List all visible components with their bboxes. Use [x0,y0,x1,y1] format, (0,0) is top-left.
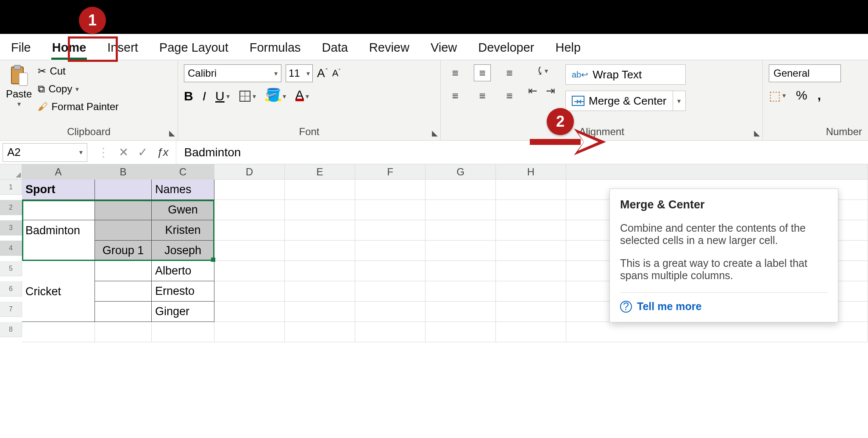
align-center-icon[interactable]: ≡ [474,87,491,104]
cell[interactable] [285,322,355,342]
align-right-icon[interactable]: ≡ [501,87,518,104]
orientation-button[interactable]: ⤹▾ [528,64,555,78]
cell[interactable] [95,322,152,342]
format-painter-button[interactable]: 🖌 Format Painter [36,100,120,114]
cell[interactable] [214,220,285,241]
increase-indent-icon[interactable]: ⇥ [546,84,555,97]
col-header[interactable]: A [22,164,95,180]
cell[interactable] [214,261,285,281]
name-box[interactable]: A2 ▾ [3,143,87,162]
cell[interactable]: Sport [22,180,95,200]
cell[interactable] [426,281,496,302]
tell-me-more-link[interactable]: Tell me more [637,300,701,312]
row-header[interactable]: 2 [0,200,22,215]
cell[interactable]: Cricket [22,281,95,302]
col-header[interactable]: B [95,164,152,180]
cell[interactable] [22,200,95,220]
cell[interactable] [152,322,214,342]
cell[interactable] [496,220,566,241]
formula-input[interactable]: Badminton [176,146,868,159]
dialog-launcher-icon[interactable]: ◣ [432,128,438,138]
cell[interactable] [355,220,426,241]
accounting-format-button[interactable]: ⬚▾ [769,88,786,103]
row-header[interactable]: 8 [0,322,22,337]
comma-button[interactable]: , [818,88,821,103]
cell[interactable] [214,200,285,220]
cell[interactable] [214,281,285,302]
cell[interactable] [95,302,152,322]
cell[interactable] [285,200,355,220]
row-header[interactable]: 6 [0,281,22,297]
cell[interactable] [355,241,426,261]
cell[interactable] [22,302,95,322]
cut-button[interactable]: ✂ Cut [36,64,120,78]
row-header[interactable]: 1 [0,180,22,195]
cell[interactable] [95,200,152,220]
cancel-icon[interactable]: ✕ [119,145,128,159]
fill-color-button[interactable]: 🪣▾ [265,91,286,101]
cell[interactable] [496,281,566,302]
cell[interactable] [496,261,566,281]
cell[interactable] [285,302,355,322]
tab-developer[interactable]: Developer [476,36,537,60]
cell[interactable] [426,180,496,200]
cell[interactable] [214,241,285,261]
row-header[interactable]: 5 [0,261,22,276]
tab-page-layout[interactable]: Page Layout [157,36,231,60]
row-header[interactable]: 3 [0,220,22,236]
tab-view[interactable]: View [428,36,459,60]
tab-help[interactable]: Help [553,36,583,60]
tab-review[interactable]: Review [367,36,412,60]
align-top-icon[interactable]: ≡ [447,64,464,81]
cell[interactable] [95,220,152,241]
col-header[interactable]: E [285,164,355,180]
col-header[interactable]: C [152,164,214,180]
cell[interactable] [285,281,355,302]
col-header[interactable]: F [355,164,426,180]
align-bottom-icon[interactable]: ≡ [501,64,518,81]
cell[interactable] [496,302,566,322]
dialog-launcher-icon[interactable]: ◣ [169,128,175,138]
cell[interactable] [496,180,566,200]
row-header[interactable]: 7 [0,302,22,317]
cell[interactable] [426,241,496,261]
align-left-icon[interactable]: ≡ [447,87,464,104]
cell[interactable] [22,322,95,342]
cell[interactable] [355,322,426,342]
col-header[interactable] [566,164,868,180]
select-all-cell[interactable]: ◢ [0,164,22,180]
cell[interactable]: Joseph [152,241,214,261]
cell[interactable] [285,180,355,200]
enter-icon[interactable]: ✓ [138,145,147,159]
col-header[interactable]: G [426,164,496,180]
cell[interactable] [426,322,496,342]
copy-button[interactable]: ⧉ Copy ▾ [36,82,120,96]
cell[interactable]: Alberto [152,261,214,281]
font-color-button[interactable]: A▾ [295,91,309,101]
cell[interactable] [355,261,426,281]
chevron-down-icon[interactable]: ▾ [17,100,21,108]
cell[interactable] [214,302,285,322]
cell[interactable]: Kristen [152,220,214,241]
tab-formulas[interactable]: Formulas [247,36,303,60]
cell[interactable] [426,200,496,220]
col-header[interactable]: D [214,164,285,180]
cell[interactable]: Badminton [22,220,95,241]
italic-button[interactable]: I [203,89,206,103]
row-header[interactable]: 4 [0,241,22,256]
cell[interactable] [566,322,868,342]
decrease-font-icon[interactable]: A˅ [332,68,341,79]
cell[interactable] [95,180,152,200]
font-size-select[interactable]: 11 ▾ [286,64,313,82]
cell[interactable]: Ernesto [152,281,214,302]
cell[interactable] [426,220,496,241]
cell[interactable]: Names [152,180,214,200]
align-middle-icon[interactable]: ≡ [474,64,491,81]
wrap-text-button[interactable]: ab↩ Wrap Text [565,64,686,85]
cell[interactable] [426,261,496,281]
cell[interactable] [285,241,355,261]
dialog-launcher-icon[interactable]: ◣ [754,128,760,138]
cell[interactable] [214,322,285,342]
bold-button[interactable]: B [184,89,193,103]
merge-center-button[interactable]: Merge & Center [565,91,673,111]
